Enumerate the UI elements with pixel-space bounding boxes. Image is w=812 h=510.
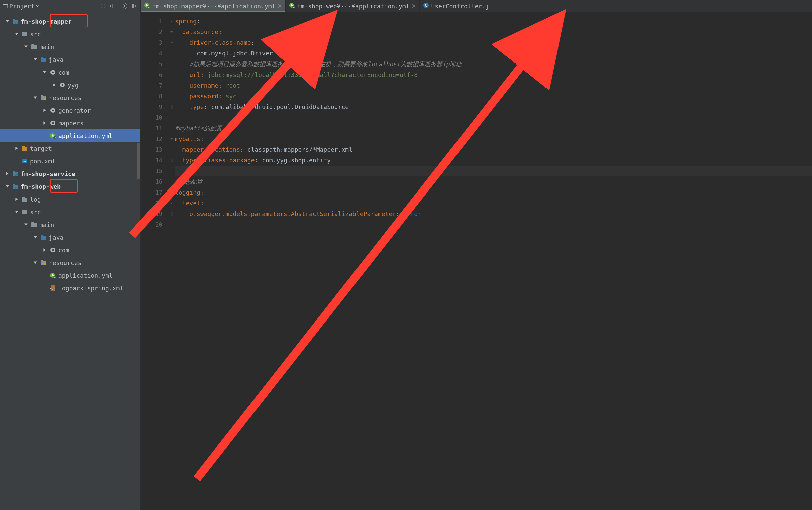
svg-rect-43 — [22, 146, 25, 147]
fold-handle[interactable] — [168, 209, 175, 219]
fold-handle[interactable] — [168, 27, 175, 37]
project-view-selector[interactable]: Project — [3, 3, 97, 10]
tree-file[interactable]: application.yml — [0, 269, 141, 282]
project-icon — [3, 3, 8, 9]
tree-expand-toggle[interactable] — [14, 197, 20, 201]
folder-res-icon — [40, 260, 47, 266]
tree-folder[interactable]: main — [0, 218, 141, 231]
tree-expand-toggle[interactable] — [5, 184, 10, 188]
tree-item-label: java — [49, 234, 63, 241]
code-line: type-aliases-package: com.yyg.shop.entit… — [175, 155, 812, 166]
tree-folder[interactable]: generator — [0, 104, 141, 117]
line-number: 8 — [141, 91, 162, 101]
code-content[interactable]: spring: datasource: driver-class-name: c… — [175, 12, 812, 510]
tree-item-label: application.yml — [58, 272, 113, 279]
code-line: spring: — [175, 16, 812, 27]
folder-icon — [21, 31, 28, 37]
code-line: username: root — [175, 80, 812, 91]
svg-point-29 — [52, 71, 54, 73]
line-number: 19 — [141, 209, 162, 219]
fold-handle[interactable] — [168, 134, 175, 144]
fold-handle[interactable] — [168, 155, 175, 166]
scrollbar-thumb[interactable] — [137, 143, 141, 179]
tree-folder[interactable]: main — [0, 40, 141, 53]
editor-area: fm-shop-mapper¥···¥application.ymlfm-sho… — [141, 0, 812, 510]
svg-rect-1 — [3, 4, 8, 5]
split-icon[interactable] — [109, 3, 115, 9]
tree-expand-toggle[interactable] — [14, 210, 20, 214]
tree-folder[interactable]: mappers — [0, 117, 141, 129]
tree-item-label: application.yml — [58, 132, 113, 139]
tree-expand-toggle[interactable] — [42, 121, 48, 125]
tree-expand-toggle[interactable] — [5, 172, 10, 176]
code-line: o.swagger.models.parameters.AbstractSeri… — [175, 209, 812, 219]
close-icon[interactable] — [277, 4, 282, 8]
tree-item-label: src — [30, 31, 41, 38]
target-icon[interactable] — [100, 3, 106, 9]
tree-folder[interactable]: resources — [0, 256, 141, 269]
fold-handle[interactable] — [168, 16, 175, 27]
tree-file[interactable]: application.yml — [0, 129, 141, 142]
project-tree[interactable]: fm-shop-mappersrcmainjavacomyygresources… — [0, 12, 141, 510]
tree-item-label: main — [39, 43, 54, 51]
tree-folder[interactable]: target — [0, 142, 141, 155]
tree-expand-toggle[interactable] — [14, 146, 20, 150]
tree-expand-toggle[interactable] — [5, 20, 10, 23]
svg-rect-20 — [13, 19, 16, 20]
fold-handle[interactable] — [168, 198, 175, 209]
fold-handle[interactable] — [168, 101, 175, 112]
tree-expand-toggle[interactable] — [33, 58, 38, 61]
editor-tab[interactable]: CUserController.j — [420, 0, 493, 12]
svg-rect-48 — [16, 175, 18, 177]
line-number: 10 — [141, 112, 162, 123]
svg-rect-82 — [171, 106, 172, 108]
tree-file[interactable]: mpom.xml — [0, 155, 141, 168]
tree-expand-toggle[interactable] — [42, 248, 48, 252]
tree-expand-toggle[interactable] — [33, 96, 38, 99]
tree-folder[interactable]: com — [0, 244, 141, 256]
tree-folder[interactable]: src — [0, 28, 141, 40]
fold-column[interactable] — [168, 12, 175, 510]
tree-folder[interactable]: java — [0, 53, 141, 66]
editor[interactable]: 1234567891011121314151617181920 spring: … — [141, 12, 812, 510]
tree-expand-toggle[interactable] — [42, 108, 48, 112]
close-icon[interactable] — [411, 4, 416, 8]
folder-src-icon — [40, 57, 47, 62]
editor-tab[interactable]: fm-shop-mapper¥···¥application.yml — [141, 0, 286, 12]
tree-folder[interactable]: yyg — [0, 79, 141, 91]
fold-handle — [168, 48, 175, 59]
tree-expand-toggle[interactable] — [33, 235, 38, 239]
fold-handle[interactable] — [168, 187, 175, 198]
tree-folder[interactable]: fm-shop-mapper — [0, 15, 141, 28]
code-line: logging: — [175, 187, 812, 198]
tree-folder[interactable]: resources — [0, 91, 141, 104]
tree-folder[interactable]: log — [0, 193, 141, 206]
tree-folder[interactable]: fm-shop-web — [0, 180, 141, 193]
code-line — [175, 112, 812, 123]
tree-folder[interactable]: src — [0, 206, 141, 218]
tree-folder[interactable]: com — [0, 66, 141, 79]
svg-line-17 — [127, 4, 127, 5]
tree-expand-toggle[interactable] — [23, 45, 29, 49]
svg-rect-34 — [44, 98, 46, 100]
fold-handle — [168, 123, 175, 134]
tree-folder[interactable]: java — [0, 231, 141, 244]
tree-expand-toggle[interactable] — [23, 222, 29, 227]
tree-expand-toggle[interactable] — [14, 32, 20, 36]
editor-tab[interactable]: fm-shop-web¥···¥application.yml — [286, 0, 420, 12]
folder-icon — [31, 221, 37, 228]
code-line — [175, 219, 812, 230]
tree-folder[interactable]: fm-shop-service — [0, 168, 141, 180]
collapse-icon[interactable] — [132, 3, 138, 9]
tree-expand-toggle[interactable] — [42, 70, 48, 74]
svg-rect-59 — [41, 235, 44, 236]
gear-icon[interactable] — [122, 3, 128, 9]
spring-icon — [50, 272, 56, 278]
tree-file[interactable]: </>logback-spring.xml — [0, 282, 141, 294]
tree-expand-toggle[interactable] — [52, 83, 57, 87]
fold-handle[interactable] — [168, 37, 175, 48]
tree-expand-toggle[interactable] — [33, 261, 38, 265]
line-number: 3 — [141, 37, 162, 48]
code-line: level: — [175, 198, 812, 209]
maven-icon: m — [21, 158, 28, 164]
